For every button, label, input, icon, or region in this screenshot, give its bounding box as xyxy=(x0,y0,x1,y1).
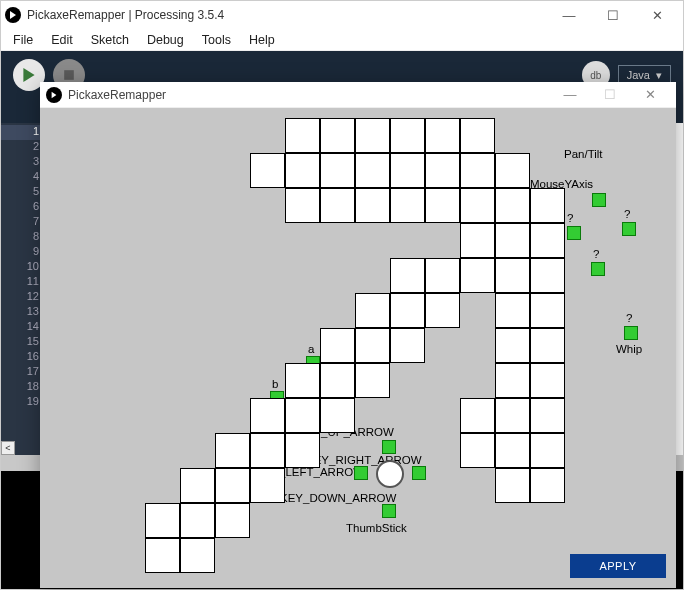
grid-cell[interactable] xyxy=(355,293,390,328)
gutter-line: 16 xyxy=(1,350,45,365)
grid-cell[interactable] xyxy=(460,153,495,188)
grid-cell[interactable] xyxy=(285,118,320,153)
grid-cell[interactable] xyxy=(320,363,355,398)
apply-button[interactable]: APPLY xyxy=(570,554,666,578)
grid-cell[interactable] xyxy=(530,258,565,293)
grid-cell[interactable] xyxy=(530,468,565,503)
grid-cell[interactable] xyxy=(320,153,355,188)
scroll-left-arrow-icon[interactable]: < xyxy=(1,441,15,455)
label-a: a xyxy=(308,343,314,355)
grid-cell[interactable] xyxy=(390,328,425,363)
grid-cell[interactable] xyxy=(215,468,250,503)
grid-cell[interactable] xyxy=(285,153,320,188)
grid-cell[interactable] xyxy=(530,433,565,468)
grid-cell[interactable] xyxy=(320,328,355,363)
grid-cell[interactable] xyxy=(460,398,495,433)
label-key-down: KEY_DOWN_ARROW xyxy=(280,492,396,504)
menu-file[interactable]: File xyxy=(5,31,41,49)
grid-cell[interactable] xyxy=(355,118,390,153)
grid-cell[interactable] xyxy=(460,258,495,293)
grid-cell[interactable] xyxy=(495,328,530,363)
grid-cell[interactable] xyxy=(320,398,355,433)
grid-cell[interactable] xyxy=(320,118,355,153)
grid-cell[interactable] xyxy=(250,468,285,503)
grid-cell[interactable] xyxy=(250,433,285,468)
grid-cell[interactable] xyxy=(215,433,250,468)
label-q1: ? xyxy=(567,212,573,224)
grid-cell[interactable] xyxy=(495,188,530,223)
grid-cell[interactable] xyxy=(285,188,320,223)
gutter-line: 8 xyxy=(1,230,45,245)
node-q2[interactable] xyxy=(622,222,636,236)
grid-cell[interactable] xyxy=(355,363,390,398)
grid-cell[interactable] xyxy=(530,398,565,433)
grid-cell[interactable] xyxy=(390,153,425,188)
grid-cell[interactable] xyxy=(425,293,460,328)
grid-cell[interactable] xyxy=(495,363,530,398)
grid-cell[interactable] xyxy=(495,433,530,468)
grid-cell[interactable] xyxy=(355,153,390,188)
grid-cell[interactable] xyxy=(425,188,460,223)
grid-cell[interactable] xyxy=(530,188,565,223)
grid-cell[interactable] xyxy=(495,398,530,433)
node-q1[interactable] xyxy=(567,226,581,240)
grid-cell[interactable] xyxy=(425,153,460,188)
grid-cell[interactable] xyxy=(495,223,530,258)
grid-cell[interactable] xyxy=(530,328,565,363)
grid-cell[interactable] xyxy=(285,363,320,398)
grid-cell[interactable] xyxy=(390,118,425,153)
grid-cell[interactable] xyxy=(180,503,215,538)
ide-maximize-button[interactable]: ☐ xyxy=(591,1,635,29)
sketch-close-button[interactable]: ✕ xyxy=(630,82,670,108)
grid-cell[interactable] xyxy=(425,118,460,153)
grid-cell[interactable] xyxy=(390,293,425,328)
ide-close-button[interactable]: ✕ xyxy=(635,1,679,29)
grid-cell[interactable] xyxy=(390,258,425,293)
grid-cell[interactable] xyxy=(530,223,565,258)
grid-cell[interactable] xyxy=(180,468,215,503)
sketch-minimize-button[interactable]: — xyxy=(550,82,590,108)
grid-cell[interactable] xyxy=(425,258,460,293)
node-whip[interactable] xyxy=(624,326,638,340)
grid-cell[interactable] xyxy=(250,398,285,433)
gutter-line: 11 xyxy=(1,275,45,290)
node-key-right[interactable] xyxy=(412,466,426,480)
grid-cell[interactable] xyxy=(460,118,495,153)
node-key-down[interactable] xyxy=(382,504,396,518)
grid-cell[interactable] xyxy=(285,433,320,468)
node-mouse-y[interactable] xyxy=(592,193,606,207)
grid-cell[interactable] xyxy=(530,293,565,328)
menu-debug[interactable]: Debug xyxy=(139,31,192,49)
node-key-left[interactable] xyxy=(354,466,368,480)
grid-cell[interactable] xyxy=(460,223,495,258)
grid-cell[interactable] xyxy=(320,188,355,223)
node-q3[interactable] xyxy=(591,262,605,276)
grid-cell[interactable] xyxy=(495,153,530,188)
grid-cell[interactable] xyxy=(145,503,180,538)
grid-cell[interactable] xyxy=(460,188,495,223)
grid-cell[interactable] xyxy=(145,538,180,573)
thumbstick-circle[interactable] xyxy=(376,460,404,488)
gutter-line: 7 xyxy=(1,215,45,230)
grid-cell[interactable] xyxy=(180,538,215,573)
menu-help[interactable]: Help xyxy=(241,31,283,49)
grid-cell[interactable] xyxy=(285,398,320,433)
grid-cell[interactable] xyxy=(495,258,530,293)
menu-tools[interactable]: Tools xyxy=(194,31,239,49)
grid-cell[interactable] xyxy=(495,468,530,503)
menu-sketch[interactable]: Sketch xyxy=(83,31,137,49)
gutter-line: 10 xyxy=(1,260,45,275)
node-key-up[interactable] xyxy=(382,440,396,454)
grid-cell[interactable] xyxy=(530,363,565,398)
sketch-canvas[interactable]: Pan/Tilt MouseYAxis ? ? ? ? Whip a b KEY… xyxy=(40,108,676,588)
menu-edit[interactable]: Edit xyxy=(43,31,81,49)
gutter-line: 9 xyxy=(1,245,45,260)
grid-cell[interactable] xyxy=(390,188,425,223)
grid-cell[interactable] xyxy=(460,433,495,468)
grid-cell[interactable] xyxy=(355,328,390,363)
grid-cell[interactable] xyxy=(495,293,530,328)
ide-minimize-button[interactable]: — xyxy=(547,1,591,29)
grid-cell[interactable] xyxy=(355,188,390,223)
grid-cell[interactable] xyxy=(250,153,285,188)
grid-cell[interactable] xyxy=(215,503,250,538)
